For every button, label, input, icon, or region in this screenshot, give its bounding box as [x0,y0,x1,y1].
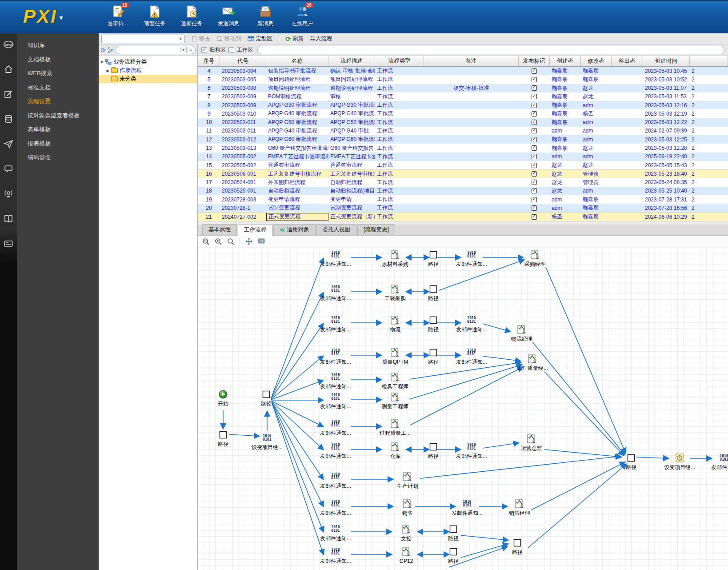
node-task[interactable]: 生产计划 [397,473,418,489]
node-path[interactable]: 路径 [428,349,439,365]
new-message-button[interactable]: 新消息 [253,4,277,28]
tree-expand-icon[interactable]: ▶ [105,68,111,73]
warning-task-button[interactable]: 预警任务 [143,4,167,28]
sidebar-item-7[interactable]: 报表模板 [17,136,99,151]
table-row[interactable]: 1620230506-001工艺装备建号审核流程工艺装备建号审核流...工作流赵… [198,169,728,178]
publish-checkbox[interactable] [532,137,537,142]
column-header-5[interactable]: 备注 [424,56,519,67]
sidebar-item-3[interactable]: 标准文档 [17,80,99,95]
sidebar-item-1[interactable]: 文档模板 [17,52,99,67]
card-icon[interactable] [3,238,14,249]
node-auto[interactable]: 10100101发邮件通知... [320,525,351,542]
node-auto[interactable]: 10100101发邮件通知... [320,500,351,516]
node-task[interactable]: 运营总监 [521,435,542,451]
node-path[interactable]: 路径 [218,432,228,448]
filter-input[interactable] [257,46,724,54]
tree-item-0[interactable]: ▶作废流程 [99,66,197,75]
node-auto[interactable]: 10100101发邮件通知... [452,500,483,516]
sidebar-item-5[interactable]: 按对象类型查看模板 [17,108,99,123]
node-task[interactable]: 销售经理 [508,500,530,516]
sidebar-item-6[interactable]: 表单模板 [17,122,99,136]
table-row[interactable]: 420230503-004包装指导书审批流程确认-审核-批准-会签工作流鞠嘉朋鞠… [198,67,728,75]
column-header-2[interactable]: 名称 [266,56,328,67]
publish-checkbox[interactable] [532,128,537,133]
tab-1[interactable]: 工作流程 [238,224,272,236]
sidebar-item-4[interactable]: 流程设置 [17,94,99,108]
column-header-6[interactable]: 发布标记 [519,56,550,67]
table-row[interactable]: 1420230505-002FMEA工艺过程卡签审流程FMEA工艺过程卡签...… [198,153,728,161]
publish-checkbox[interactable] [532,163,537,168]
column-header-7[interactable]: 创建者 [550,56,581,67]
node-task[interactable]: 物流 [389,316,400,333]
sidebar-item-2[interactable]: WEB搜索 [17,66,99,80]
edit-icon[interactable] [3,88,14,100]
node-auto[interactable]: 10100101发邮件通知... [456,316,487,333]
node-path[interactable]: 路径 [428,317,439,333]
column-header-9[interactable]: 检出者 [612,56,643,67]
pxi-logo[interactable]: PXI▼ [23,6,66,27]
node-auto[interactable]: 10100101发邮件通知... [320,393,351,409]
table-row[interactable]: 1520230505-002普通签审流程普通签审流程工作流赵龙赵龙2023-05… [198,161,728,169]
fixed-zone-button[interactable]: 定型区 [248,35,273,43]
table-row[interactable]: 620230503-008逾期说明处理流程逾期说明处理流程工作流提交-审核-批准… [198,84,728,92]
table-row[interactable]: 920230503-010APQP G40 审批流程APQP G40 审批流..… [198,109,728,118]
column-header-11[interactable] [690,56,728,67]
database-icon[interactable] [3,113,14,125]
work-zone-checkbox[interactable] [228,47,234,53]
table-row[interactable]: 1220230503-012APQP G60 审批流程APQP G60 审批流程… [198,135,728,144]
node-task[interactable]: 仓库 [390,443,400,459]
node-path[interactable]: 路径 [448,526,459,542]
zoom-in-button[interactable] [214,237,223,246]
tree-item-1[interactable]: 未分类 [99,75,197,83]
tab-0[interactable]: 基本属性 [202,224,237,235]
node-task[interactable]: 质量QPTM [382,349,408,365]
node-auto[interactable]: 10100101发邮件通知... [320,316,351,333]
sidebar-item-0[interactable]: 知识库 [17,38,99,52]
sidebar-item-8[interactable]: 编码管理 [17,150,99,165]
publish-checkbox[interactable] [532,197,537,202]
node-auto[interactable]: 10100101发邮件通知... [456,349,487,365]
tree-search-input[interactable]: ▼ ▲ [116,46,196,54]
table-row[interactable]: 1120230503-011APQP G40 审批流程APQP G40 审批工作… [198,127,728,135]
node-task[interactable]: 工厂质量经... [517,355,548,371]
node-task[interactable]: 工装采购 [384,285,406,301]
hierarchy-icon[interactable] [108,47,114,53]
column-header-4[interactable]: 流程类型 [375,56,424,67]
tree-expand-icon[interactable]: ▼ [99,60,105,64]
book-icon[interactable] [3,213,14,225]
publish-checkbox[interactable] [532,171,537,177]
publish-checkbox[interactable] [532,205,537,211]
tab-4[interactable]: [流程变更] [357,224,395,235]
table-row[interactable]: 1720230524-001外来图归档流程自动归档流程工作流赵龙管理员2023-… [198,178,728,186]
node-auto[interactable]: 10100101发邮件通知... [456,251,487,267]
node-auto[interactable]: 10100101发邮件通知... [320,473,351,489]
node-task[interactable]: 采购经理 [524,251,546,267]
publish-checkbox[interactable] [532,214,537,220]
node-path[interactable]: 路径 [428,252,439,268]
publish-checkbox[interactable] [532,154,537,159]
node-auto[interactable]: 10100101发邮件通知... [320,251,351,267]
node-path[interactable]: 路径 [428,286,439,302]
sign-approve-button[interactable]: 签审待...15 [106,4,130,28]
tab-2[interactable]: ≪适用对象 [273,224,316,235]
publish-checkbox[interactable] [532,111,537,116]
node-auto[interactable]: 10100101设变项目经... [252,434,283,450]
pan-button[interactable] [244,237,253,246]
publish-checkbox[interactable] [532,120,537,125]
table-row[interactable]: 1020230503-011APQP G50 审批流程APQP G50 审批流程… [198,118,728,127]
node-start[interactable]: 开始 [218,390,228,407]
table-row[interactable]: 1920230728-003变更申请流程变更申请工作流adm鞠嘉朋2023-07… [198,195,728,204]
home-icon[interactable] [3,64,14,75]
workflow-canvas[interactable]: 开始路径路径10100101设变项目经...10100101发邮件通知...10… [198,247,728,570]
publish-checkbox[interactable] [532,103,537,108]
zoom-out-button[interactable] [201,237,210,246]
move-to-button[interactable]: 移动到 [216,35,241,43]
publish-checkbox[interactable] [532,188,537,193]
node-auto[interactable]: 10100101发邮件通知... [320,349,351,365]
node-task[interactable]: 测量工程师 [381,393,408,409]
table-row[interactable]: 2020230728-1试制变更流程试制变更流程工作流adm鞠嘉朋2023-07… [198,204,728,212]
node-timer[interactable]: 设变项目经... [664,454,695,470]
node-auto[interactable]: 10100101发邮件通知... [320,420,351,436]
node-auto[interactable]: 10100101发邮件通... [711,454,728,470]
node-auto[interactable]: 10100101发邮件通知... [320,548,351,564]
